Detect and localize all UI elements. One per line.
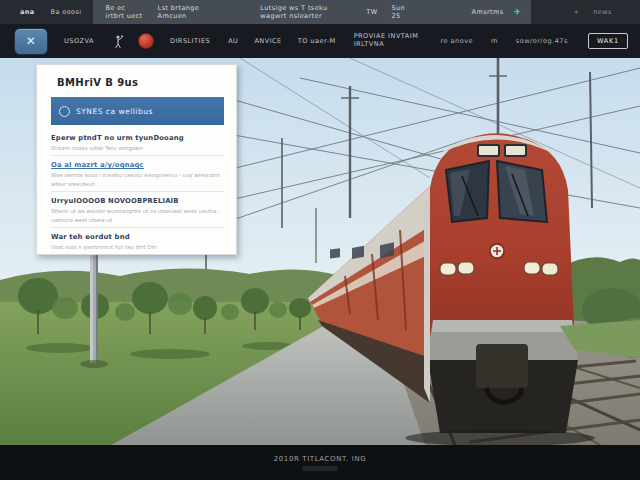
banner-text: SYNES ca wellibus	[76, 107, 153, 116]
site-logo[interactable]: ✕	[14, 28, 48, 55]
section-heading: War teh eordut bnd	[51, 233, 224, 241]
alert-avatar-icon[interactable]	[138, 33, 154, 49]
section-heading: Eperw ptndT no urm tyunDooang	[51, 134, 224, 142]
nav-item[interactable]: AU	[228, 37, 238, 45]
utility-item[interactable]: Amsrtms	[472, 8, 504, 16]
card-section: UrryuIOOOOB NOVOOBPRELIAIB Wteon ut ws w…	[51, 192, 224, 228]
plane-icon[interactable]: ✈	[513, 8, 521, 17]
news-link[interactable]: news	[593, 8, 611, 16]
footer-pill	[302, 466, 338, 471]
card-section: Oa al mazrt a/y/oqnaqc Wse oenrtw souu i…	[51, 156, 224, 192]
card-section: War teh eordut bnd Uost outs n yasrtmxru…	[51, 228, 224, 254]
section-heading-link[interactable]: Oa al mazrt a/y/oqnaqc	[51, 161, 224, 169]
utility-item[interactable]: Be ec irtbrt uect	[105, 4, 143, 20]
utility-item[interactable]: Sun 25	[392, 4, 408, 20]
main-nav-bar: ✕ USOZVA DIRSLITIES AU ANVICE TO uaer-M …	[0, 24, 640, 58]
brand-secondary-text[interactable]: Ba ooosi	[51, 8, 82, 16]
banner-circle-icon	[59, 106, 70, 117]
section-body: Uost outs n yasrtmxrut fun teo thrt Om	[51, 243, 224, 251]
nav-item[interactable]: TO uaer-M	[298, 37, 336, 45]
person-flag-icon[interactable]	[112, 34, 124, 49]
nav-item[interactable]: PROVIAE INVTAIM IRLTVNA	[354, 33, 432, 49]
utility-item[interactable]: Lutsige ws T tseku wagwrt nslearter	[260, 4, 344, 20]
brand-text[interactable]: ana	[20, 8, 35, 16]
plus-icon[interactable]: +	[573, 8, 579, 16]
cta-button[interactable]: WAK1	[588, 33, 628, 49]
utility-item[interactable]: TW	[366, 8, 377, 16]
utility-strip: Be ec irtbrt uect Lst brtange Amcuen Lut…	[93, 0, 531, 24]
card-section: Eperw ptndT no urm tyunDooang Ockam noas…	[51, 129, 224, 156]
utility-item[interactable]: Lst brtange Amcuen	[158, 4, 205, 20]
card-title: BMHriV B 9us	[57, 77, 226, 88]
copyright-text: 2010R TITLACONT. ING	[274, 455, 367, 463]
nav-item[interactable]: DIRSLITIES	[170, 37, 210, 45]
nav-right-item[interactable]: m	[491, 37, 498, 45]
logo-glyph-icon: ✕	[26, 34, 37, 48]
footer-bar: 2010R TITLACONT. ING	[0, 445, 640, 480]
section-body: Wteon ut ws wouter wumrsngrtrs ut os uts…	[51, 207, 224, 224]
utility-bar: ana Ba ooosi Be ec irtbrt uect Lst brtan…	[0, 0, 640, 24]
nav-item[interactable]: ANVICE	[254, 37, 281, 45]
card-banner[interactable]: SYNES ca wellibus	[51, 97, 224, 125]
nav-right-group: re anove m sow/or/og.47s WAK1	[440, 33, 628, 49]
nav-right-item[interactable]: re anove	[440, 37, 473, 45]
section-body: Wse oenrtw souu i rceafsu useotu weagnse…	[51, 171, 224, 188]
section-body: Ockam noasa vdlsk Teru vstrgawn	[51, 144, 224, 152]
info-card: BMHriV B 9us SYNES ca wellibus Eperw ptn…	[36, 64, 237, 255]
section-heading: UrryuIOOOOB NOVOOBPRELIAIB	[51, 197, 224, 205]
nav-item[interactable]: USOZVA	[64, 37, 94, 45]
nav-right-item[interactable]: sow/or/og.47s	[516, 37, 568, 45]
